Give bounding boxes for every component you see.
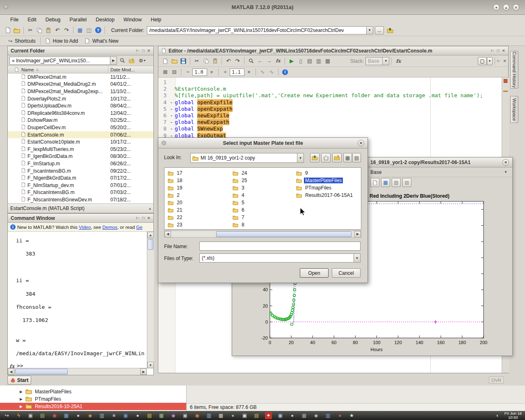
file-browser-row[interactable]: ▶PTmapFiles (0, 395, 186, 403)
dock-icon[interactable]: ⊢ (136, 216, 140, 220)
file-browser-row[interactable]: ▶Results2016-10-25A1 (0, 403, 186, 410)
cut-button[interactable]: ✂ (192, 57, 201, 66)
menu-debug[interactable]: Debug (41, 16, 65, 24)
scroll-right-icon[interactable]: ▶ (354, 231, 361, 237)
taskbar-app-icon[interactable]: ▤ (146, 412, 153, 419)
copy-button[interactable] (201, 57, 210, 66)
file-row[interactable]: DoverlayPlots2.m10/17/2... (8, 95, 153, 103)
new-doc-icon[interactable] (370, 178, 379, 187)
taskbar-app-icon[interactable]: ▦ (301, 412, 308, 419)
maximize-panel-icon[interactable]: □ (142, 48, 145, 53)
file-row[interactable]: F_IexpMultiTseries.m05/23/2... (8, 146, 153, 153)
dialog-titlebar[interactable]: Select input Master Plate text file ✕ (158, 138, 368, 148)
scroll-thumb[interactable] (15, 369, 68, 374)
dialog-folder-item[interactable]: 6 (233, 206, 294, 214)
chevron-down-icon[interactable]: ▼ (504, 167, 507, 177)
layout-tool-icon[interactable]: ▤ (402, 178, 411, 187)
files-of-type-combo[interactable]: (*.xls) ▼ (199, 253, 361, 262)
taskbar-app-icon[interactable]: ▦ (158, 412, 165, 419)
file-row[interactable]: DMPexcel2mat.m11/11/2... (8, 73, 153, 81)
scroll-thumb[interactable] (148, 239, 153, 250)
expander-icon[interactable]: ▶ (20, 397, 23, 401)
info-icon[interactable]: i (281, 68, 290, 77)
close-panel-icon[interactable]: ✕ (147, 48, 151, 53)
gear-icon[interactable]: ⚙▼ (137, 57, 148, 65)
save-button[interactable] (179, 57, 188, 66)
taskbar-app-icon[interactable]: ▤ (39, 412, 46, 419)
redo-button[interactable]: ↷ (62, 26, 71, 35)
chevron-down-icon[interactable]: ▼ (354, 254, 360, 262)
dialog-folder-item[interactable]: 8 (233, 221, 294, 228)
maximize-panel-icon[interactable]: □ (497, 48, 500, 53)
file-row[interactable]: DReplicate96to384conv.m12/04/2... (8, 110, 153, 117)
scroll-thumb[interactable] (216, 231, 352, 237)
console-output[interactable]: ii = 383 ii = 384 fhconsole = 173.1062 w… (8, 232, 147, 368)
menu-help[interactable]: Help (146, 16, 166, 24)
scroll-right-icon[interactable]: ▶ (140, 368, 147, 375)
menu-file[interactable]: File (6, 16, 23, 24)
dialog-folder-item[interactable]: 20 (168, 199, 229, 206)
current-folder-combo[interactable]: /media/data/EASY/InovImager_jwrCF_WINLin… (147, 26, 373, 34)
layout-dropdown-button[interactable]: ▼ (487, 57, 493, 65)
file-row[interactable]: DpertsUploadDev.m08/04/2... (8, 102, 153, 110)
browse-folder-button[interactable]: ... (375, 26, 384, 34)
run-section-icon[interactable]: ▯ (296, 57, 305, 66)
dialog-folder-item[interactable]: 18 (168, 177, 229, 184)
file-row[interactable]: EstartConsole.m07/06/2... (8, 131, 153, 139)
value-field-1[interactable]: 1.0 (192, 68, 207, 76)
file-name-input[interactable] (199, 242, 361, 251)
taskbar-app-icon[interactable]: ▥ (205, 412, 212, 419)
taskbar-app-icon[interactable]: ↪ (3, 412, 10, 419)
session-icon[interactable]: ◐ (494, 412, 501, 419)
taskbar-app-icon[interactable]: ✦ (265, 412, 272, 419)
guide-icon[interactable]: ◫ (84, 26, 94, 35)
taskbar-app-icon[interactable]: ◆ (170, 412, 177, 419)
new-file-button[interactable] (161, 57, 170, 66)
taskbar-app-icon[interactable]: ● (289, 412, 296, 419)
new-folder-icon[interactable] (128, 57, 136, 65)
file-row[interactable]: F_NIscanIntensBG.m07/03/2... (8, 189, 153, 196)
paste-button[interactable] (210, 57, 219, 66)
file-row[interactable]: EstartConsole10plate.m10/17/2... (8, 138, 153, 146)
search-icon[interactable] (118, 57, 126, 65)
up-one-level-button[interactable] (310, 153, 320, 162)
file-row[interactable]: DMPexcel2mat_MediaDrug2exp...11/10/2... (8, 88, 153, 95)
gray-tool-icon[interactable]: ▨ (392, 178, 401, 187)
dock-icon[interactable]: ⊢ (497, 59, 501, 63)
maximize-panel-icon[interactable]: □ (142, 216, 145, 220)
mlint-marker[interactable] (503, 91, 508, 92)
taskbar-app-icon[interactable]: ● (229, 412, 236, 419)
code-line[interactable]: 8-global SWnewExp (158, 126, 502, 132)
address-combo[interactable]: « InovImager_jwrCF_WINLinx150... ▶ (9, 57, 117, 65)
window-layout-button[interactable]: ▢ (478, 57, 487, 65)
paste-button[interactable] (44, 26, 53, 35)
dialog-folder-item[interactable]: 4 (233, 192, 294, 199)
dock-icon[interactable]: ⊢ (491, 48, 495, 53)
new-folder-button[interactable] (332, 153, 342, 162)
copy-button[interactable] (35, 26, 44, 35)
code-line[interactable]: 3%[file,path] = uiputfile('.mat','Create… (158, 92, 502, 99)
close-panel-icon[interactable]: ✕ (502, 48, 505, 53)
taskbar-app-icon[interactable]: ◈ (87, 412, 94, 419)
code-line[interactable]: 5-global openExppath (158, 106, 502, 112)
forward-button[interactable]: → (265, 57, 274, 66)
tab-workspace[interactable]: Workspace (510, 96, 518, 123)
code-line[interactable]: 4-global openExpfile (158, 99, 502, 106)
scroll-down-icon[interactable]: ▼ (147, 362, 154, 368)
minimize-button[interactable]: ▾ (493, 4, 500, 11)
stack-combo[interactable]: Base▼ (365, 57, 389, 65)
dialog-folder-item[interactable]: 5 (233, 199, 294, 206)
taskbar-app-icon[interactable]: ▦ (63, 412, 70, 419)
section-list-icon[interactable]: ⊟ (170, 68, 179, 77)
table-icon[interactable]: ▦ (381, 178, 390, 187)
new-file-button[interactable] (3, 26, 12, 35)
console-horizontal-scrollbar[interactable]: ◀ ▶ (8, 368, 147, 375)
undo-button[interactable]: ↶ (53, 26, 62, 35)
taskbar-app-icon[interactable]: ▤ (253, 412, 260, 419)
maximize-button[interactable]: ▴ (503, 4, 509, 11)
taskbar-app-icon[interactable]: ● (336, 412, 343, 419)
column-date[interactable]: Date Mod... (110, 67, 135, 72)
dialog-folder-item[interactable]: 17 (168, 169, 229, 177)
open-button[interactable]: Open (300, 268, 329, 278)
figure-close-button[interactable]: ✕ (502, 159, 509, 166)
